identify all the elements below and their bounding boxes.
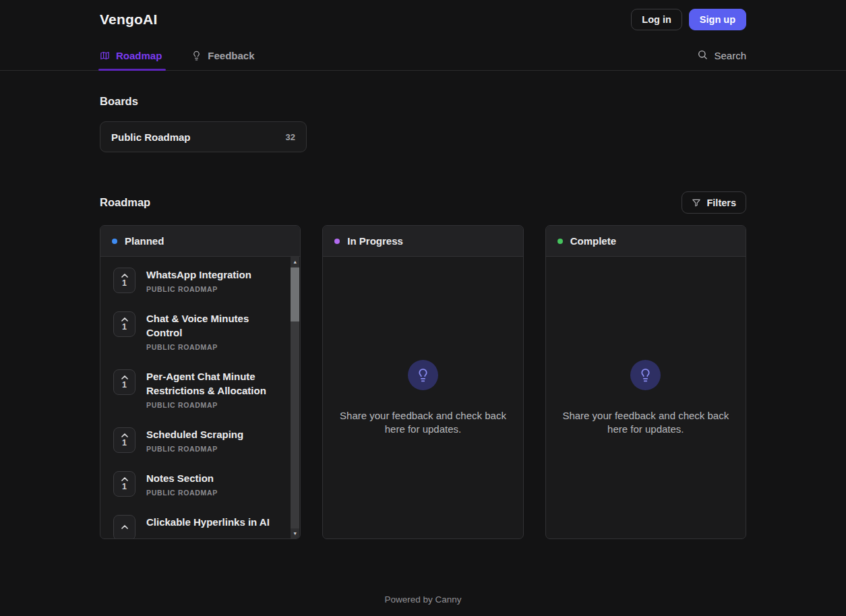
boards-heading: Boards [100, 95, 746, 108]
auth-actions: Log in Sign up [631, 9, 746, 30]
column-planned-title: Planned [125, 235, 164, 247]
tab-feedback-label: Feedback [208, 50, 254, 61]
lightbulb-icon [630, 360, 661, 390]
roadmap-card[interactable]: 1 Per-Agent Chat Minute Restrictions & A… [113, 369, 277, 409]
column-in-progress-body: Share your feedback and check back here … [323, 257, 522, 538]
card-board-label: PUBLIC ROADMAP [146, 445, 274, 453]
column-complete: Complete Share your feedback and check b… [545, 225, 746, 539]
column-in-progress-header: In Progress [323, 226, 522, 257]
status-dot-complete [557, 239, 563, 244]
column-complete-title: Complete [570, 235, 616, 247]
map-icon [100, 51, 110, 61]
boards-section: Boards Public Roadmap 32 [100, 95, 746, 152]
card-board-label: PUBLIC ROADMAP [146, 286, 274, 293]
lightbulb-icon [408, 360, 438, 390]
board-count-badge: 32 [286, 132, 295, 142]
column-planned-body: 1 WhatsApp Integration PUBLIC ROADMAP 1 [100, 257, 300, 538]
upvote-button[interactable]: 1 [113, 471, 135, 497]
board-name: Public Roadmap [111, 131, 191, 143]
upvote-button[interactable] [113, 515, 135, 538]
roadmap-card[interactable]: Clickable Hyperlinks in AI [113, 515, 277, 538]
filters-button[interactable]: Filters [682, 191, 746, 214]
powered-by-canny-link[interactable]: Powered by Canny [384, 594, 461, 605]
scroll-down-button[interactable]: ▼ [291, 528, 299, 538]
vote-count: 1 [122, 279, 127, 287]
tab-roadmap[interactable]: Roadmap [100, 40, 162, 70]
roadmap-columns: Planned 1 WhatsApp Integration PUBLIC RO… [100, 225, 746, 539]
upvote-button[interactable]: 1 [113, 311, 135, 337]
empty-state-text: Share your feedback and check back here … [338, 409, 508, 436]
lightbulb-icon [191, 51, 202, 61]
tab-roadmap-label: Roadmap [116, 50, 162, 61]
chevron-up-icon [121, 433, 128, 437]
card-board-label: PUBLIC ROADMAP [146, 402, 274, 409]
planned-card-list: 1 WhatsApp Integration PUBLIC ROADMAP 1 [100, 257, 300, 538]
column-in-progress: In Progress Share your feedback and chec… [322, 225, 523, 539]
chevron-up-icon [121, 274, 128, 278]
card-title[interactable]: Clickable Hyperlinks in AI [146, 515, 274, 529]
empty-state-text: Share your feedback and check back here … [561, 409, 731, 436]
column-in-progress-title: In Progress [347, 235, 403, 247]
nav-tabs: Roadmap Feedback [100, 40, 255, 70]
chevron-up-icon [121, 375, 128, 379]
card-title[interactable]: WhatsApp Integration [146, 268, 274, 282]
upvote-button[interactable]: 1 [113, 369, 135, 395]
scrollbar-thumb[interactable] [291, 268, 299, 321]
page-footer: Powered by Canny [100, 593, 746, 605]
roadmap-card[interactable]: 1 WhatsApp Integration PUBLIC ROADMAP [113, 268, 277, 293]
card-board-label: PUBLIC ROADMAP [146, 489, 274, 497]
vote-count: 1 [122, 439, 127, 447]
brand-logo: VengoAI [100, 11, 157, 28]
search-control[interactable]: Search [697, 49, 746, 62]
roadmap-header-row: Roadmap Filters [100, 191, 746, 214]
board-item-public-roadmap[interactable]: Public Roadmap 32 [100, 121, 307, 152]
column-planned: Planned 1 WhatsApp Integration PUBLIC RO… [100, 225, 301, 539]
card-title[interactable]: Chat & Voice Minutes Control [146, 311, 274, 340]
vote-count: 1 [122, 381, 127, 389]
login-button[interactable]: Log in [631, 9, 682, 30]
search-icon [697, 49, 708, 62]
card-title[interactable]: Per-Agent Chat Minute Restrictions & All… [146, 369, 274, 398]
chevron-up-icon [121, 317, 128, 321]
search-label: Search [714, 50, 746, 61]
filters-label: Filters [706, 197, 736, 208]
signup-button[interactable]: Sign up [689, 9, 746, 30]
status-dot-planned [112, 239, 117, 244]
chevron-up-icon [121, 477, 128, 481]
roadmap-card[interactable]: 1 Chat & Voice Minutes Control PUBLIC RO… [113, 311, 277, 351]
vote-count: 1 [122, 323, 127, 331]
card-board-label: PUBLIC ROADMAP [146, 344, 274, 351]
vote-count: 1 [122, 483, 127, 491]
filter-icon [692, 198, 701, 208]
tab-feedback[interactable]: Feedback [191, 40, 254, 70]
roadmap-heading: Roadmap [100, 196, 150, 209]
column-complete-header: Complete [546, 226, 746, 257]
card-title[interactable]: Scheduled Scraping [146, 427, 274, 441]
empty-state: Share your feedback and check back here … [546, 257, 746, 538]
column-planned-header: Planned [100, 226, 300, 257]
card-title[interactable]: Notes Section [146, 471, 274, 485]
chevron-up-icon [121, 525, 128, 529]
scroll-up-button[interactable]: ▲ [291, 257, 299, 267]
column-complete-body: Share your feedback and check back here … [546, 257, 746, 538]
empty-state: Share your feedback and check back here … [323, 257, 522, 538]
planned-scrollbar[interactable]: ▲ ▼ [291, 257, 299, 538]
roadmap-card[interactable]: 1 Notes Section PUBLIC ROADMAP [113, 471, 277, 497]
roadmap-card[interactable]: 1 Scheduled Scraping PUBLIC ROADMAP [113, 427, 277, 453]
top-bar: VengoAI Log in Sign up [0, 0, 846, 31]
upvote-button[interactable]: 1 [113, 427, 135, 453]
status-dot-in-progress [334, 239, 340, 244]
upvote-button[interactable]: 1 [113, 268, 135, 293]
nav-bar: Roadmap Feedback Search [0, 40, 846, 71]
